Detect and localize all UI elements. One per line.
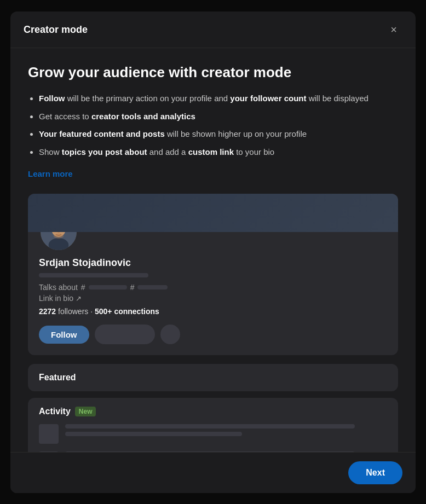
- activity-thumb-1: [39, 424, 59, 444]
- svg-point-6: [54, 234, 64, 239]
- creator-mode-modal: Creator mode × Grow your audience with c…: [10, 11, 416, 493]
- new-badge: New: [75, 407, 96, 416]
- feature-bold-content: Your featured content and posts: [39, 129, 165, 138]
- activity-item-1: [39, 424, 387, 444]
- profile-card: Srdjan Stojadinovic Talks about # # Link…: [28, 194, 398, 355]
- feature-text-4c: to your bio: [236, 147, 274, 157]
- activity-line: [65, 432, 242, 436]
- feature-text-4b: and add a: [149, 147, 188, 157]
- feature-item-1: Follow will be the primary action on you…: [39, 92, 398, 105]
- talks-about-label: Talks about: [39, 283, 78, 292]
- activity-title: Activity: [39, 407, 71, 416]
- connections-label: 500+ connections: [95, 307, 159, 316]
- activity-section: Activity New: [28, 398, 398, 451]
- link-in-bio-label: Link in bio: [39, 294, 73, 303]
- modal-header: Creator mode ×: [10, 11, 416, 48]
- feature-item-3: Your featured content and posts will be …: [39, 128, 398, 141]
- action-circle-btn: [160, 325, 180, 344]
- follow-button[interactable]: Follow: [39, 326, 89, 344]
- feature-bold-link: custom link: [188, 147, 234, 157]
- activity-lines-1: [65, 424, 387, 436]
- feature-text-4a: Show: [39, 147, 62, 157]
- feature-text-1b: will be displayed: [309, 94, 369, 103]
- feature-item-4: Show topics you post about and add a cus…: [39, 146, 398, 159]
- talks-tag-1: [89, 285, 127, 289]
- feature-item-2: Get access to creator tools and analytic…: [39, 111, 398, 123]
- profile-talks: Talks about # #: [39, 283, 387, 292]
- svg-point-1: [49, 238, 69, 252]
- feature-bold-follower-count: your follower count: [230, 94, 306, 103]
- features-list: Follow will be the primary action on you…: [28, 92, 398, 158]
- followers-label: followers ·: [58, 307, 95, 316]
- feature-text-2a: Get access to: [39, 112, 91, 121]
- profile-tagline-bar: [39, 273, 148, 277]
- profile-followers: 2272 followers · 500+ connections: [39, 307, 387, 316]
- featured-title: Featured: [39, 373, 76, 382]
- featured-section: Featured: [28, 364, 398, 391]
- profile-actions: Follow: [39, 325, 387, 344]
- headline: Grow your audience with creator mode: [28, 63, 398, 82]
- modal-title: Creator mode: [24, 24, 88, 36]
- activity-header: Activity New: [39, 407, 387, 416]
- feature-text-3: will be shown higher up on your profile: [167, 129, 307, 138]
- talks-tag-2: [137, 285, 168, 289]
- profile-card-content: Srdjan Stojadinovic Talks about # # Link…: [28, 212, 398, 355]
- profile-banner: [28, 194, 398, 232]
- activity-line: [65, 424, 355, 428]
- activity-items: [39, 424, 387, 451]
- learn-more-link[interactable]: Learn more: [28, 169, 73, 178]
- action-placeholder-btn: [95, 325, 155, 344]
- feature-bold-follow: Follow: [39, 94, 65, 103]
- modal-body: Grow your audience with creator mode Fol…: [10, 48, 416, 452]
- profile-link: Link in bio ↗: [39, 294, 387, 303]
- modal-overlay: Creator mode × Grow your audience with c…: [0, 0, 426, 504]
- talks-hash-icon: #: [81, 283, 85, 292]
- modal-footer: Next: [10, 452, 416, 493]
- followers-count: 2272: [39, 307, 56, 316]
- external-link-icon: ↗: [76, 294, 82, 303]
- feature-bold-topics: topics you post about: [62, 147, 147, 157]
- next-button[interactable]: Next: [348, 461, 402, 484]
- close-button[interactable]: ×: [385, 21, 402, 39]
- talks-hash-icon-2: #: [130, 283, 135, 292]
- feature-bold-tools: creator tools and analytics: [91, 112, 195, 121]
- profile-name: Srdjan Stojadinovic: [39, 257, 387, 269]
- feature-text-1: will be the primary action on your profi…: [67, 94, 231, 103]
